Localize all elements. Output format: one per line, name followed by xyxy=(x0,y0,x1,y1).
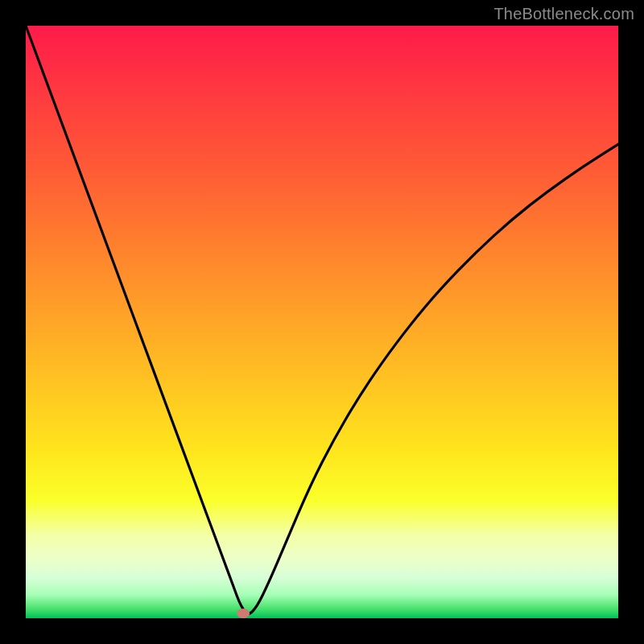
chart-frame: TheBottleneck.com xyxy=(0,0,644,644)
plot-area xyxy=(26,26,618,618)
curve-svg xyxy=(26,26,618,618)
bottleneck-curve xyxy=(26,26,618,614)
minimum-marker xyxy=(237,609,250,618)
watermark-text: TheBottleneck.com xyxy=(493,5,634,23)
